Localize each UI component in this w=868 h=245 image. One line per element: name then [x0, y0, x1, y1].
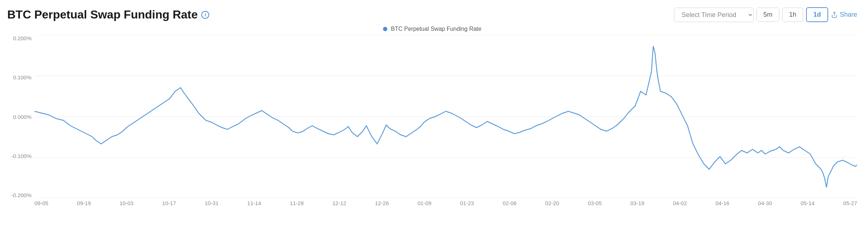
- legend: BTC Perpetual Swap Funding Rate: [7, 26, 857, 32]
- x-label-2: 10-03: [119, 200, 133, 206]
- x-label-14: 03-19: [631, 200, 644, 206]
- x-label-18: 05-14: [801, 200, 814, 206]
- chart-svg-container: [34, 35, 857, 198]
- page-container: BTC Perpetual Swap Funding Rate i Select…: [0, 0, 868, 245]
- select-time-period[interactable]: Select Time Period: [674, 8, 754, 22]
- x-label-16: 04-16: [716, 200, 729, 206]
- x-label-12: 02-20: [545, 200, 559, 206]
- x-label-0: 09-05: [34, 200, 48, 206]
- x-label-11: 02-06: [503, 200, 517, 206]
- y-axis: 0.200% 0.100% 0.000% -0.100% -0.200%: [7, 35, 34, 198]
- x-label-3: 10-17: [162, 200, 176, 206]
- x-label-4: 10-31: [205, 200, 218, 206]
- btn-1h[interactable]: 1h: [782, 8, 803, 22]
- header: BTC Perpetual Swap Funding Rate i Select…: [7, 7, 857, 22]
- chart-line-svg: [34, 35, 857, 198]
- x-axis: 09-05 09-19 10-03 10-17 10-31 11-14 11-2…: [34, 200, 857, 213]
- x-label-15: 04-02: [673, 200, 687, 206]
- x-label-6: 11-28: [290, 200, 304, 206]
- title-group: BTC Perpetual Swap Funding Rate i: [7, 8, 209, 21]
- x-label-5: 11-14: [247, 200, 261, 206]
- btn-5m[interactable]: 5m: [757, 8, 779, 22]
- controls: Select Time Period 5m 1h 1d Share: [674, 7, 857, 22]
- info-icon[interactable]: i: [201, 11, 209, 19]
- legend-dot: [383, 27, 387, 31]
- y-label-0: 0.200%: [13, 35, 31, 41]
- share-label: Share: [840, 11, 857, 18]
- x-label-7: 12-12: [332, 200, 346, 206]
- legend-label: BTC Perpetual Swap Funding Rate: [391, 26, 481, 32]
- x-label-10: 01-23: [460, 200, 474, 206]
- x-label-8: 12-26: [375, 200, 389, 206]
- x-label-1: 09-19: [77, 200, 91, 206]
- btn-1d[interactable]: 1d: [806, 7, 828, 22]
- x-label-19: 05-27: [843, 200, 857, 206]
- y-label-1: 0.100%: [13, 74, 31, 80]
- page-title: BTC Perpetual Swap Funding Rate: [7, 8, 198, 21]
- x-label-17: 04-30: [758, 200, 772, 206]
- x-label-9: 01-09: [417, 200, 431, 206]
- share-icon: [831, 12, 838, 18]
- chart-area: 0.200% 0.100% 0.000% -0.100% -0.200% 09-…: [7, 35, 857, 213]
- y-label-2: 0.000%: [13, 114, 31, 120]
- y-label-3: -0.100%: [11, 153, 31, 159]
- y-label-4: -0.200%: [11, 192, 31, 198]
- x-label-13: 03-05: [588, 200, 602, 206]
- share-button[interactable]: Share: [831, 11, 857, 18]
